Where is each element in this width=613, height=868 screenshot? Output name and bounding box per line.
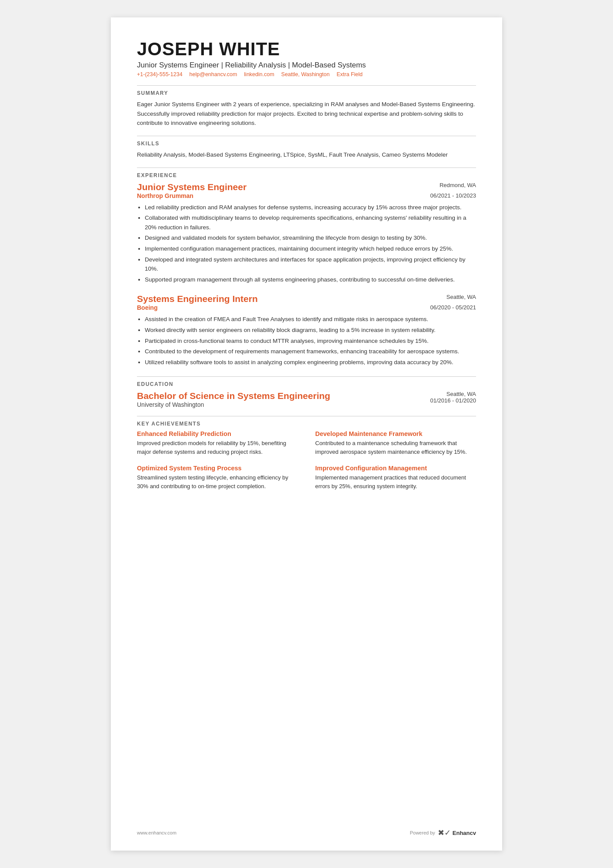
achievement-text-1: Improved prediction models for reliabili…	[137, 439, 298, 456]
bullet-1-4: Implemented configuration management pra…	[145, 244, 476, 254]
summary-text: Eager Junior Systems Engineer with 2 yea…	[137, 100, 476, 128]
exp-date-2: 06/2020 - 05/2021	[430, 304, 476, 311]
enhancv-logo: ✖✓ Enhancv	[438, 828, 476, 838]
skills-text: Reliability Analysis, Model-Based System…	[137, 150, 476, 160]
contact-extra: Extra Field	[336, 71, 363, 77]
education-label: EDUCATION	[137, 381, 476, 387]
footer-brand: Powered by ✖✓ Enhancv	[410, 828, 476, 838]
achievements-grid: Enhanced Reliability Prediction Improved…	[137, 430, 476, 490]
contact-info: +1-(234)-555-1234 help@enhancv.com linke…	[137, 71, 476, 77]
contact-location: Seattle, Washington	[281, 71, 330, 77]
bullet-1-3: Designed and validated models for system…	[145, 233, 476, 243]
experience-section: EXPERIENCE Junior Systems Engineer Redmo…	[137, 172, 476, 367]
exp-company-1: Northrop Grumman	[137, 192, 193, 199]
exp-title-1: Junior Systems Engineer	[137, 182, 247, 192]
bullet-2-1: Assisted in the creation of FMEA and Fau…	[145, 315, 476, 324]
bullet-1-6: Supported program management through all…	[145, 275, 476, 285]
summary-label: SUMMARY	[137, 90, 476, 96]
edu-institution: University of Washington	[137, 401, 330, 408]
exp-bullets-1: Led reliability prediction and RAM analy…	[137, 203, 476, 285]
brand-name: Enhancv	[453, 830, 476, 836]
resume-page: JOSEPH WHITE Junior Systems Engineer | R…	[111, 17, 502, 851]
experience-item-2: Systems Engineering Intern Seattle, WA B…	[137, 294, 476, 367]
bullet-2-5: Utilized reliability software tools to a…	[145, 358, 476, 367]
exp-company-row-2: Boeing 06/2020 - 05/2021	[137, 304, 476, 311]
achievement-item-4: Improved Configuration Management Implem…	[315, 465, 476, 490]
page-footer: www.enhancv.com Powered by ✖✓ Enhancv	[137, 828, 476, 838]
edu-degree: Bachelor of Science in Systems Engineeri…	[137, 391, 330, 401]
achievement-text-4: Implemented management practices that re…	[315, 473, 476, 490]
exp-title-2: Systems Engineering Intern	[137, 294, 258, 304]
header-section: JOSEPH WHITE Junior Systems Engineer | R…	[137, 39, 476, 77]
header-divider	[137, 85, 476, 86]
summary-divider	[137, 136, 476, 136]
edu-date: 01/2016 - 01/2020	[430, 397, 476, 404]
contact-email: help@enhancv.com	[190, 71, 237, 77]
achievement-text-3: Streamlined system testing lifecycle, en…	[137, 473, 298, 490]
skills-label: SKILLS	[137, 141, 476, 147]
experience-label: EXPERIENCE	[137, 172, 476, 178]
achievement-title-1: Enhanced Reliability Prediction	[137, 430, 298, 437]
exp-header-1: Junior Systems Engineer Redmond, WA	[137, 182, 476, 192]
achievement-title-2: Developed Maintenance Framework	[315, 430, 476, 437]
exp-company-2: Boeing	[137, 304, 157, 311]
achievement-title-4: Improved Configuration Management	[315, 465, 476, 472]
edu-location-block: Seattle, WA 01/2016 - 01/2020	[430, 391, 476, 404]
contact-phone: +1-(234)-555-1234	[137, 71, 183, 77]
candidate-title: Junior Systems Engineer | Reliability An…	[137, 61, 476, 70]
achievement-item-1: Enhanced Reliability Prediction Improved…	[137, 430, 298, 456]
bullet-1-2: Collaborated with multidisciplinary team…	[145, 213, 476, 232]
summary-section: SUMMARY Eager Junior Systems Engineer wi…	[137, 90, 476, 128]
experience-divider	[137, 376, 476, 377]
education-divider	[137, 416, 476, 416]
achievements-label: KEY ACHIEVEMENTS	[137, 421, 476, 427]
candidate-name: JOSEPH WHITE	[137, 39, 476, 59]
contact-linkedin: linkedin.com	[244, 71, 274, 77]
exp-location-2: Seattle, WA	[446, 294, 476, 300]
achievement-text-2: Contributed to a maintenance scheduling …	[315, 439, 476, 456]
exp-location-1: Redmond, WA	[440, 182, 476, 188]
achievements-section: KEY ACHIEVEMENTS Enhanced Reliability Pr…	[137, 421, 476, 490]
bullet-2-3: Participated in cross-functional teams t…	[145, 336, 476, 346]
experience-item-1: Junior Systems Engineer Redmond, WA Nort…	[137, 182, 476, 285]
exp-date-1: 06/2021 - 10/2023	[430, 192, 476, 199]
bullet-2-2: Worked directly with senior engineers on…	[145, 325, 476, 335]
edu-title-block: Bachelor of Science in Systems Engineeri…	[137, 391, 330, 408]
bullet-1-5: Developed and integrated system architec…	[145, 255, 476, 274]
footer-url: www.enhancv.com	[137, 830, 177, 835]
bullet-1-1: Led reliability prediction and RAM analy…	[145, 203, 476, 212]
exp-company-row-1: Northrop Grumman 06/2021 - 10/2023	[137, 192, 476, 199]
achievement-item-3: Optimized System Testing Process Streaml…	[137, 465, 298, 490]
logo-icon: ✖✓	[438, 828, 451, 838]
exp-bullets-2: Assisted in the creation of FMEA and Fau…	[137, 315, 476, 367]
achievement-item-2: Developed Maintenance Framework Contribu…	[315, 430, 476, 456]
bullet-2-4: Contributed to the development of requir…	[145, 347, 476, 356]
skills-divider	[137, 168, 476, 168]
powered-by-text: Powered by	[410, 830, 435, 835]
exp-header-2: Systems Engineering Intern Seattle, WA	[137, 294, 476, 304]
achievement-title-3: Optimized System Testing Process	[137, 465, 298, 472]
edu-location: Seattle, WA	[430, 391, 476, 397]
edu-header: Bachelor of Science in Systems Engineeri…	[137, 391, 476, 408]
skills-section: SKILLS Reliability Analysis, Model-Based…	[137, 141, 476, 160]
education-section: EDUCATION Bachelor of Science in Systems…	[137, 381, 476, 408]
